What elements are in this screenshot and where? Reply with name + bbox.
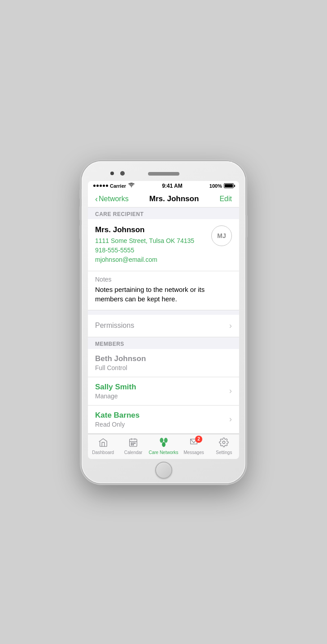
tab-care-networks[interactable]: Care Networks xyxy=(148,437,179,455)
member-role-sally: Manage xyxy=(95,393,136,400)
permissions-row[interactable]: Permissions › xyxy=(88,315,239,337)
svg-point-9 xyxy=(160,437,163,442)
calendar-icon xyxy=(128,438,138,450)
member-name-beth: Beth Johnson xyxy=(95,354,146,363)
tab-calendar[interactable]: Calendar xyxy=(118,437,148,455)
home-icon xyxy=(98,438,108,450)
tab-messages[interactable]: 2 Messages xyxy=(179,437,209,455)
power-button[interactable] xyxy=(246,215,248,238)
permissions-chevron-icon: › xyxy=(229,321,232,331)
tab-settings-label: Settings xyxy=(216,450,232,455)
carrier-label: Carrier xyxy=(110,183,126,189)
gear-icon xyxy=(219,438,229,450)
tab-calendar-label: Calendar xyxy=(124,450,143,455)
tab-dashboard-label: Dashboard xyxy=(92,450,114,455)
back-label: Networks xyxy=(99,195,129,203)
messages-badge: 2 xyxy=(195,436,202,443)
svg-rect-5 xyxy=(133,442,134,443)
status-bar: Carrier 9:41 AM 100% xyxy=(88,181,239,191)
svg-point-12 xyxy=(223,441,226,444)
member-info-beth: Beth Johnson Full Control xyxy=(95,354,146,371)
svg-rect-7 xyxy=(131,444,132,445)
sensor xyxy=(110,172,114,175)
member-role-kate: Read Only xyxy=(95,421,140,428)
member-info-kate: Kate Barnes Read Only xyxy=(95,411,140,428)
signal-dots xyxy=(93,185,108,187)
back-button[interactable]: ‹ Networks xyxy=(95,195,129,203)
messages-icon-wrapper: 2 xyxy=(189,437,199,449)
battery-percent: 100% xyxy=(209,183,222,189)
wifi-icon xyxy=(128,183,135,189)
recipient-email[interactable]: mjohnson@email.com xyxy=(95,255,207,265)
care-recipient-card: Mrs. Johnson 1111 Some Street, Tulsa OK … xyxy=(88,219,239,271)
recipient-info: Mrs. Johnson 1111 Some Street, Tulsa OK … xyxy=(95,225,207,265)
notes-text: Notes pertaining to the network or its m… xyxy=(95,285,232,304)
spacer1 xyxy=(88,310,239,315)
member-name-kate: Kate Barnes xyxy=(95,411,140,420)
svg-rect-8 xyxy=(133,444,134,445)
nav-bar: ‹ Networks Mrs. Johnson Edit xyxy=(88,191,239,207)
svg-rect-6 xyxy=(135,442,135,443)
avatar: MJ xyxy=(211,225,232,246)
member-row-sally[interactable]: Sally Smith Manage › xyxy=(88,377,239,406)
edit-button[interactable]: Edit xyxy=(219,195,232,203)
mute-button[interactable] xyxy=(79,189,81,199)
svg-point-11 xyxy=(162,442,166,447)
top-bar xyxy=(88,168,239,180)
member-role-beth: Full Control xyxy=(95,364,146,371)
tab-dashboard[interactable]: Dashboard xyxy=(88,437,118,455)
home-button[interactable] xyxy=(155,462,172,479)
status-time: 9:41 AM xyxy=(162,183,183,189)
back-chevron-icon: ‹ xyxy=(95,195,98,203)
tab-messages-label: Messages xyxy=(183,450,204,455)
permissions-label: Permissions xyxy=(95,322,134,330)
dashboard-icon-wrapper xyxy=(98,437,108,449)
svg-rect-4 xyxy=(131,442,132,443)
member-info-sally: Sally Smith Manage xyxy=(95,383,136,400)
recipient-phone[interactable]: 918-555-5555 xyxy=(95,246,207,255)
phone-screen: Carrier 9:41 AM 100% xyxy=(88,181,239,459)
svg-point-10 xyxy=(164,437,167,442)
home-button-area xyxy=(88,461,239,480)
care-networks-icon xyxy=(158,438,169,450)
notes-block: Notes Notes pertaining to the network or… xyxy=(88,271,239,310)
member-row-kate[interactable]: Kate Barnes Read Only › xyxy=(88,406,239,434)
speaker xyxy=(148,172,179,176)
volume-down-button[interactable] xyxy=(79,225,81,239)
member-row-beth: Beth Johnson Full Control xyxy=(88,349,239,377)
tab-bar: Dashboard xyxy=(88,434,239,459)
phone-frame: Carrier 9:41 AM 100% xyxy=(82,161,245,483)
content-scroll: CARE RECIPIENT Mrs. Johnson 1111 Some St… xyxy=(88,207,239,434)
recipient-name: Mrs. Johnson xyxy=(95,225,207,234)
tab-settings[interactable]: Settings xyxy=(209,437,239,455)
notes-label: Notes xyxy=(95,276,232,283)
members-section-header: MEMBERS xyxy=(88,337,239,349)
status-left: Carrier xyxy=(93,183,135,189)
battery-icon xyxy=(224,183,234,188)
tab-care-networks-label: Care Networks xyxy=(148,450,178,455)
settings-icon-wrapper xyxy=(219,437,229,449)
camera xyxy=(120,171,125,176)
member-name-sally: Sally Smith xyxy=(95,383,136,392)
calendar-icon-wrapper xyxy=(128,437,138,449)
care-networks-icon-wrapper xyxy=(158,437,169,449)
care-recipient-section-header: CARE RECIPIENT xyxy=(88,207,239,219)
nav-title: Mrs. Johnson xyxy=(149,194,199,203)
volume-up-button[interactable] xyxy=(79,206,81,221)
sally-chevron-icon: › xyxy=(229,386,232,396)
kate-chevron-icon: › xyxy=(229,415,232,424)
status-right: 100% xyxy=(209,183,234,189)
recipient-address[interactable]: 1111 Some Street, Tulsa OK 74135 xyxy=(95,236,207,246)
